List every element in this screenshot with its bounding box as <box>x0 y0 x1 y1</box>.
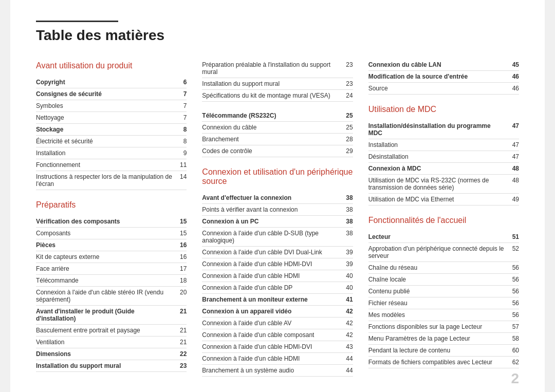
toc-item: Installation du support mural23 <box>202 78 353 90</box>
toc-item: Fonctionnement11 <box>36 159 187 171</box>
toc-item-label: Installation <box>368 141 509 148</box>
toc-item-label: Contenu publié <box>368 288 509 295</box>
section-title-connexion-source: Connexion et utilisation d'un périphériq… <box>202 167 353 186</box>
toc-item: Connexion du câble LAN45 <box>368 59 519 71</box>
toc-item-label: Connexion à MDC <box>368 165 509 172</box>
toc-item-page: 17 <box>176 265 187 272</box>
toc-item-page: 48 <box>509 165 519 172</box>
section-title-utilisation-mdc: Utilisation de MDC <box>368 105 519 114</box>
toc-item-page: 60 <box>509 347 519 354</box>
toc-item-label: Source <box>368 85 509 92</box>
toc-item-page: 56 <box>509 311 519 319</box>
toc-item: Utilisation de MDC via Ethernet49 <box>368 194 519 206</box>
toc-item-page: 43 <box>343 343 353 350</box>
toc-item: Branchement28 <box>202 134 353 145</box>
toc-item-page: 15 <box>176 230 187 237</box>
toc-item: Chaîne du réseau56 <box>368 262 519 274</box>
toc-item-page: 23 <box>176 362 187 369</box>
toc-item: Chaîne locale56 <box>368 274 519 286</box>
column-2: Préparation préalable à l'installation d… <box>202 59 368 377</box>
toc-item-page: 38 <box>343 194 353 201</box>
toc-item: Connexion à l'aide d'un câble composant4… <box>202 329 353 341</box>
toc-item: Connexion à un appareil vidéo42 <box>202 306 353 318</box>
toc-item: Kit de capteurs externe16 <box>36 251 187 263</box>
toc-item-page: 46 <box>509 73 519 80</box>
toc-item: Connexion à l'aide d'un câble DVI Dual-L… <box>202 247 353 258</box>
toc-item-label: Télécommande <box>36 277 176 284</box>
toc-item-page: 52 <box>509 245 519 252</box>
column-3: Connexion du câble LAN45Modification de … <box>368 59 519 377</box>
toc-item: Connexion du câble25 <box>202 122 353 134</box>
toc-item: Copyright6 <box>36 77 187 88</box>
toc-item-label: Connexion à un PC <box>202 218 342 225</box>
toc-item-label: Installation du support mural <box>202 80 342 87</box>
toc-item-page: 21 <box>176 327 187 334</box>
section-title-avant-utilisation: Avant utilisation du produit <box>36 61 187 70</box>
toc-item: Connexion à l'aide d'un câble D-SUB (typ… <box>202 228 353 247</box>
toc-item: Connexion à l'aide d'un câble HDMI40 <box>202 270 353 282</box>
toc-item-label: Fichier réseau <box>368 300 509 307</box>
toc-item-label: Installation/désinstallation du programm… <box>368 122 509 137</box>
toc-item: Spécifications du kit de montage mural (… <box>202 90 353 102</box>
toc-item-page: 20 <box>176 289 187 296</box>
toc-item-label: Connexion à un appareil vidéo <box>202 308 342 315</box>
toc-item: Installation/désinstallation du programm… <box>368 120 519 139</box>
toc-item-page: 11 <box>176 161 187 169</box>
title-bar <box>36 21 118 22</box>
toc-item-page: 38 <box>343 206 353 213</box>
toc-item-page: 40 <box>343 272 353 279</box>
toc-item: Ventilation21 <box>36 337 187 348</box>
toc-item-label: Avant d'effectuer la connexion <box>202 194 342 201</box>
toc-item-page: 28 <box>343 136 353 143</box>
section-title-preparatifs: Préparatifs <box>36 200 187 210</box>
toc-item-page: 44 <box>343 355 353 362</box>
toc-item: Symboles7 <box>36 100 187 112</box>
toc-item: Face arrière17 <box>36 263 187 275</box>
toc-item: Approbation d'un périphérique connecté d… <box>368 243 519 262</box>
toc-item-label: Instructions à respecter lors de la mani… <box>36 173 176 188</box>
toc-item-label: Face arrière <box>36 265 176 272</box>
toc-item-label: Mes modèles <box>368 311 509 319</box>
toc-item-label: Menu Paramètres de la page Lecteur <box>368 335 509 342</box>
toc-item: Avant d'installer le produit (Guide d'in… <box>36 306 187 325</box>
toc-item-label: Dimensions <box>36 350 176 358</box>
toc-item-label: Utilisation de MDC via Ethernet <box>368 196 509 203</box>
toc-item: Désinstallation47 <box>368 151 519 163</box>
toc-item-label: Connexion à l'aide d'un câble DP <box>202 284 342 291</box>
toc-item: Dimensions22 <box>36 348 187 360</box>
toc-item-label: Connexion à l'aide d'un câble HDMI <box>202 355 342 362</box>
toc-item-page: 56 <box>509 288 519 295</box>
toc-item-label: Chaîne locale <box>368 276 509 283</box>
toc-item-page: 7 <box>176 102 187 109</box>
toc-item: Modification de la source d'entrée46 <box>368 71 519 83</box>
toc-item: Installation9 <box>36 147 187 159</box>
toc-item-label: Basculement entre portrait et paysage <box>36 327 176 334</box>
column-1: Avant utilisation du produitCopyright6Co… <box>36 59 202 377</box>
toc-item-page: 7 <box>176 90 187 98</box>
toc-item: Formats de fichiers compatibles avec Lec… <box>368 357 519 368</box>
toc-item: Source46 <box>368 83 519 95</box>
toc-item-label: Formats de fichiers compatibles avec Lec… <box>368 359 509 366</box>
toc-item-label: Connexion à l'aide d'un câble composant <box>202 331 342 339</box>
toc-item: Vérification des composants15 <box>36 216 187 228</box>
toc-item-page: 16 <box>176 253 187 260</box>
toc-item: Pendant la lecture de contenu60 <box>368 345 519 357</box>
toc-item: Branchement à un moniteur externe41 <box>202 294 353 306</box>
toc-item-page: 42 <box>343 331 353 339</box>
toc-item: Préparation préalable à l'installation d… <box>202 59 353 78</box>
toc-item: Utilisation de MDC via RS-232C (normes d… <box>368 175 519 194</box>
toc-item-page: 56 <box>509 276 519 283</box>
toc-item-page: 16 <box>176 241 187 249</box>
toc-item: Avant d'effectuer la connexion38 <box>202 192 353 204</box>
toc-item-page: 25 <box>343 124 353 131</box>
toc-item-label: Nettoyage <box>36 114 176 121</box>
toc-item-page: 51 <box>509 233 519 240</box>
toc-item: Basculement entre portrait et paysage21 <box>36 325 187 337</box>
toc-item-page: 42 <box>343 308 353 315</box>
toc-item-page: 7 <box>176 114 187 121</box>
toc-item: Électricité et sécurité8 <box>36 136 187 147</box>
toc-item-label: Télécommande (RS232C) <box>202 112 342 119</box>
toc-item-page: 21 <box>176 339 187 346</box>
toc-item-label: Stockage <box>36 126 176 133</box>
toc-item-page: 8 <box>176 126 187 133</box>
